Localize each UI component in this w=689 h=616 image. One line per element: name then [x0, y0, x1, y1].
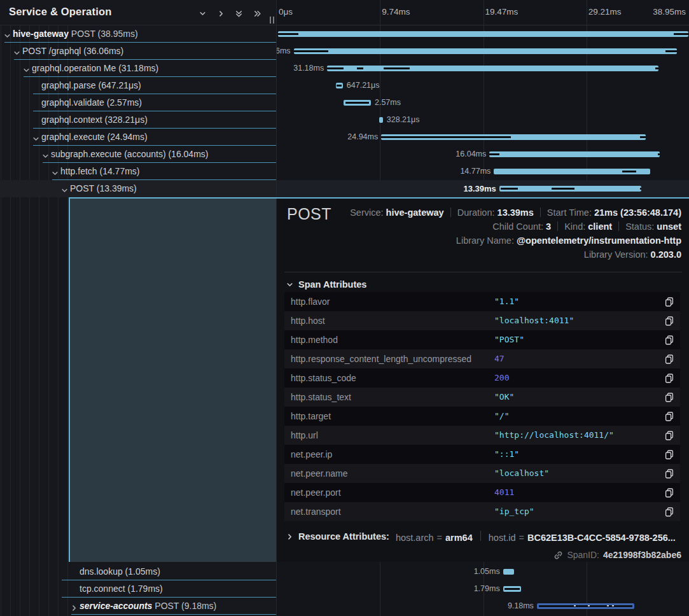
- span-row-subgraph-execute-accounts-[interactable]: subgraph.execute (accounts) (16.04ms): [0, 146, 276, 163]
- span-duration-bar[interactable]: [499, 186, 641, 192]
- span-row-label: POST (13.39ms): [70, 180, 275, 197]
- resource-equals: =: [437, 533, 442, 543]
- overview-label: Kind:: [564, 221, 588, 232]
- copy-icon[interactable]: [665, 450, 674, 459]
- expand-one-icon[interactable]: [214, 8, 227, 19]
- attribute-row: http.url"http://localhost:4011/": [284, 426, 680, 445]
- copy-icon[interactable]: [665, 354, 674, 364]
- span-duration-bar[interactable]: [294, 48, 677, 54]
- span-duration-bar[interactable]: [381, 134, 645, 140]
- overview-label: Start Time:: [547, 207, 594, 218]
- span-duration-bar[interactable]: [327, 66, 658, 71]
- timeline-row: 31.18ms: [277, 60, 689, 77]
- span-row-dns-lookup[interactable]: dns.lookup (1.05ms): [0, 563, 276, 580]
- chevron-down-icon[interactable]: [61, 185, 69, 193]
- overview-separator: [540, 207, 541, 217]
- span-duration-label: 16.04ms: [456, 146, 486, 163]
- overview-label: Library Version:: [584, 249, 651, 260]
- span-row-graphql-parse[interactable]: graphql.parse (647.21μs): [0, 77, 276, 94]
- ruler-tick-label: 19.47ms: [485, 7, 518, 17]
- attribute-value: "/": [494, 407, 509, 426]
- copy-icon[interactable]: [665, 374, 674, 383]
- span-duration-bar[interactable]: [503, 569, 514, 575]
- span-row-post[interactable]: hive-gateway POST (38.95ms): [0, 25, 276, 43]
- child-span-mark: [384, 67, 410, 69]
- collapse-all-icon[interactable]: [232, 8, 245, 19]
- attribute-value: "http://localhost:4011/": [494, 426, 614, 445]
- chevron-down-icon[interactable]: [23, 65, 31, 73]
- row-separator: [71, 614, 276, 615]
- attribute-key: http.status_text: [291, 388, 351, 407]
- overview-value: 13.39ms: [498, 207, 534, 218]
- child-span-mark: [357, 67, 363, 69]
- attribute-key: http.flavor: [291, 292, 330, 311]
- span-row-post[interactable]: POST (13.39ms): [0, 180, 276, 197]
- span-duration-bar[interactable]: [537, 603, 634, 609]
- detail-span-title: POST: [287, 205, 331, 223]
- span-event-dot: [574, 605, 576, 606]
- copy-icon[interactable]: [665, 488, 674, 498]
- attribute-row: http.response_content_length_uncompresse…: [284, 349, 680, 368]
- collapse-one-icon[interactable]: [196, 8, 209, 19]
- column-resizer-handle[interactable]: [268, 17, 275, 24]
- span-row-graphql-execute[interactable]: graphql.execute (24.94ms): [0, 129, 276, 146]
- timeline-row: 2.57ms: [277, 94, 689, 111]
- copy-icon[interactable]: [665, 431, 674, 440]
- copy-icon[interactable]: [665, 335, 674, 345]
- span-duration-bar[interactable]: [344, 100, 371, 106]
- copy-icon[interactable]: [665, 412, 674, 421]
- child-span-mark: [640, 188, 641, 190]
- copy-icon[interactable]: [665, 297, 674, 307]
- span-row-http-fetch[interactable]: http.fetch (14.77ms): [0, 163, 276, 180]
- attribute-value: "localhost:4011": [494, 311, 574, 330]
- chevron-down-icon[interactable]: [42, 151, 50, 158]
- trace-view: hive-gateway POST (38.95ms)POST /graphql…: [0, 0, 689, 616]
- attribute-row: net.peer.ip"::1": [284, 445, 680, 464]
- overview-value: client: [588, 221, 612, 232]
- resource-attributes-toggle[interactable]: Resource Attributes: host.arch=arm64host…: [286, 529, 676, 543]
- chevron-down-icon[interactable]: [52, 168, 59, 176]
- span-duration-label: 647.21μs: [347, 77, 380, 94]
- attribute-value: 4011: [494, 483, 514, 502]
- resource-equals: =: [518, 533, 524, 543]
- timeline-row: 647.21μs: [277, 77, 689, 94]
- span-duration-bar[interactable]: [336, 83, 343, 88]
- span-detail-panel: POST Service: hive-gatewayDuration: 13.3…: [277, 197, 689, 562]
- timeline-ruler[interactable]: 0μs9.74ms19.47ms29.21ms38.95ms: [277, 0, 689, 25]
- span-duration-bar[interactable]: [489, 151, 659, 157]
- attribute-value: "::1": [494, 445, 519, 464]
- span-event-dot: [607, 605, 609, 606]
- link-icon[interactable]: [553, 550, 563, 560]
- chevron-right-icon[interactable]: [71, 603, 78, 610]
- span-row-graphql-validate[interactable]: graphql.validate (2.57ms): [0, 94, 276, 111]
- copy-icon[interactable]: [665, 469, 674, 479]
- span-duration-bar[interactable]: [503, 586, 522, 592]
- copy-icon[interactable]: [665, 393, 674, 402]
- chevron-down-icon[interactable]: [13, 48, 21, 55]
- span-row-graphql-context[interactable]: graphql.context (328.21μs): [0, 111, 276, 129]
- span-row-label: graphql.execute (24.94ms): [41, 129, 275, 146]
- span-duration-bar[interactable]: [278, 31, 688, 37]
- overview-label: Child Count:: [492, 221, 546, 232]
- ruler-tick-label: 38.95ms: [653, 7, 686, 17]
- chevron-down-icon[interactable]: [4, 31, 11, 38]
- operation-name: POST (9.18ms): [152, 601, 216, 611]
- span-row-post[interactable]: service-accounts POST (9.18ms): [0, 598, 276, 615]
- span-row-tcp-connect[interactable]: tcp.connect (1.79ms): [0, 580, 276, 598]
- span-duration-bar[interactable]: [494, 169, 650, 174]
- span-tree-panel: hive-gateway POST (38.95ms)POST /graphql…: [0, 0, 276, 616]
- copy-icon[interactable]: [665, 507, 674, 517]
- child-span-mark: [327, 67, 344, 69]
- span-attributes-toggle[interactable]: Span Attributes: [286, 278, 366, 291]
- attribute-row: net.transport"ip_tcp": [284, 502, 680, 521]
- span-row-graphql-operation-me[interactable]: graphql.operation Me (31.18ms): [0, 60, 276, 77]
- detail-accent-line: [69, 197, 689, 199]
- attribute-key: http.target: [291, 407, 331, 426]
- span-duration-bar[interactable]: [379, 117, 383, 123]
- copy-icon[interactable]: [665, 316, 674, 326]
- span-duration-label: 31.18ms: [293, 60, 324, 77]
- span-row-post-graphql[interactable]: POST /graphql (36.06ms): [0, 43, 276, 60]
- expand-all-icon[interactable]: [251, 8, 263, 19]
- attribute-key: net.peer.ip: [291, 445, 332, 464]
- chevron-down-icon[interactable]: [32, 134, 40, 141]
